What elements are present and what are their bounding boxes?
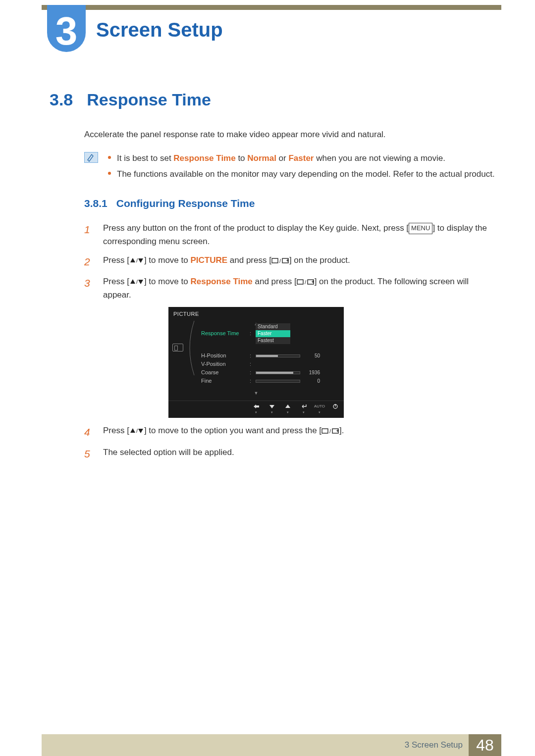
caret-icon: ▾ xyxy=(252,411,261,414)
note-icon xyxy=(84,152,98,163)
step-body: Press [/] to move to the option you want… xyxy=(103,424,495,441)
text: ] to move to the option you want and pre… xyxy=(144,426,321,435)
svg-marker-6 xyxy=(130,279,135,284)
step-number: 1 xyxy=(84,221,92,248)
osd-item-fine: Fine : 0 xyxy=(201,377,340,386)
text: Press [ xyxy=(103,426,129,435)
enter-source-icon: / xyxy=(297,278,315,285)
text: when you are not viewing a movie. xyxy=(314,153,445,163)
text: ]. xyxy=(339,426,344,435)
step-body: Press any button on the front of the pro… xyxy=(103,221,495,248)
section: 3.8 Response Time Accelerate the panel r… xyxy=(50,90,495,467)
caret-icon: ▾ xyxy=(283,411,292,414)
text: or xyxy=(276,153,289,163)
svg-text:/: / xyxy=(136,257,138,263)
text: Press [ xyxy=(103,255,129,265)
highlight-faster: Faster xyxy=(288,153,314,163)
step-1: 1 Press any button on the front of the p… xyxy=(84,221,495,248)
osd-slider-fill xyxy=(256,355,278,357)
osd-label: H-Position xyxy=(201,352,247,360)
page: 3 Screen Setup 3.8 Response Time Acceler… xyxy=(0,0,535,756)
colon: : xyxy=(250,368,253,377)
osd-enter-icon xyxy=(299,403,308,410)
svg-rect-3 xyxy=(272,258,278,263)
osd-item-h-position: H-Position : 50 xyxy=(201,352,340,360)
step-3: 3 Press [/] to move to Response Time and… xyxy=(84,275,495,302)
colon: : xyxy=(250,329,253,338)
osd-slider-bar xyxy=(256,354,300,357)
top-accent-bar xyxy=(42,5,501,10)
text: ] to move to xyxy=(144,277,191,286)
text: and press [ xyxy=(227,255,271,265)
subsection-title: Configuring Response Time xyxy=(116,198,255,209)
text: and press [ xyxy=(253,277,297,286)
step-4: 4 Press [/] to move to the option you wa… xyxy=(84,424,495,441)
step-body: The selected option will be applied. xyxy=(103,446,495,462)
text: It is best to set xyxy=(117,153,173,163)
enter-source-icon: / xyxy=(271,257,289,264)
svg-text:/: / xyxy=(136,279,138,285)
osd-bracket-icon xyxy=(184,321,199,375)
chapter-title: Screen Setup xyxy=(96,19,223,41)
svg-marker-17 xyxy=(130,428,135,433)
osd-slider-bar xyxy=(256,380,300,383)
svg-marker-8 xyxy=(138,280,143,284)
step-number: 5 xyxy=(84,446,92,462)
svg-rect-20 xyxy=(322,429,328,433)
osd-slider-fill xyxy=(256,372,293,374)
steps-list: 1 Press any button on the front of the p… xyxy=(84,221,495,462)
svg-marker-19 xyxy=(138,429,143,433)
osd-value: 0 xyxy=(303,377,320,385)
osd-title: PICTURE xyxy=(168,307,344,321)
enter-source-icon: / xyxy=(321,427,339,434)
step-number: 2 xyxy=(84,253,92,270)
footer-page-number: 48 xyxy=(469,734,501,756)
osd-option-standard: Standard xyxy=(256,323,290,330)
step-body: Press [/] to move to PICTURE and press [… xyxy=(103,253,495,270)
osd-auto-label: AUTO xyxy=(315,403,324,410)
up-down-icon: / xyxy=(129,427,144,434)
text: ] to move to xyxy=(144,255,191,265)
text: Press [ xyxy=(103,277,129,286)
osd-up-icon xyxy=(283,403,292,410)
osd-dropdown: Standard Faster Fastest xyxy=(256,323,290,344)
text: ] on the product. xyxy=(289,255,350,265)
osd-label: Coarse xyxy=(201,368,247,377)
subsection-heading: 3.8.1 Configuring Response Time xyxy=(84,198,495,209)
step-number: 4 xyxy=(84,424,92,441)
osd-menu: Response Time : Standard Faster Fastest xyxy=(187,329,344,390)
caret-icon: ▾ xyxy=(299,411,308,414)
osd-button-row: AUTO xyxy=(168,401,344,411)
footer-bar: 3 Screen Setup 48 xyxy=(42,734,501,756)
osd-label: Fine xyxy=(201,377,247,386)
caret-icon: ▾ xyxy=(315,411,324,414)
colon: : xyxy=(250,352,253,360)
step-5: 5 The selected option will be applied. xyxy=(84,446,495,462)
step-2: 2 Press [/] to move to PICTURE and press… xyxy=(84,253,495,270)
osd-option-fastest: Fastest xyxy=(256,337,290,344)
osd-value: 50 xyxy=(303,352,320,360)
section-title: Response Time xyxy=(87,90,211,109)
section-intro: Accelerate the panel response rate to ma… xyxy=(84,128,495,141)
osd-down-icon xyxy=(268,403,276,410)
note-list: It is best to set Response Time to Norma… xyxy=(107,152,495,184)
subsection-number: 3.8.1 xyxy=(84,198,107,209)
osd-scroll-down-icon: ▼ xyxy=(168,390,344,398)
footer-chapter-label: 3 Screen Setup xyxy=(405,740,463,750)
osd-panel: PICTURE ▲ Response Time : xyxy=(168,307,344,418)
highlight-response-time: Response Time xyxy=(190,277,252,286)
osd-power-icon xyxy=(331,403,340,410)
colon: : xyxy=(250,360,253,369)
svg-text:/: / xyxy=(279,258,281,264)
text: to xyxy=(236,153,248,163)
section-heading: 3.8 Response Time xyxy=(50,90,495,109)
caret-icon: ▾ xyxy=(268,411,276,414)
osd-item-coarse: Coarse : 1936 xyxy=(201,369,340,377)
colon: : xyxy=(250,377,253,386)
svg-text:/: / xyxy=(305,279,307,285)
osd-back-icon xyxy=(252,403,261,410)
note-item-2: The functions available on the monitor m… xyxy=(107,168,495,181)
picture-category-icon xyxy=(172,344,183,352)
section-number: 3.8 xyxy=(50,90,73,109)
step-number: 3 xyxy=(84,275,92,302)
